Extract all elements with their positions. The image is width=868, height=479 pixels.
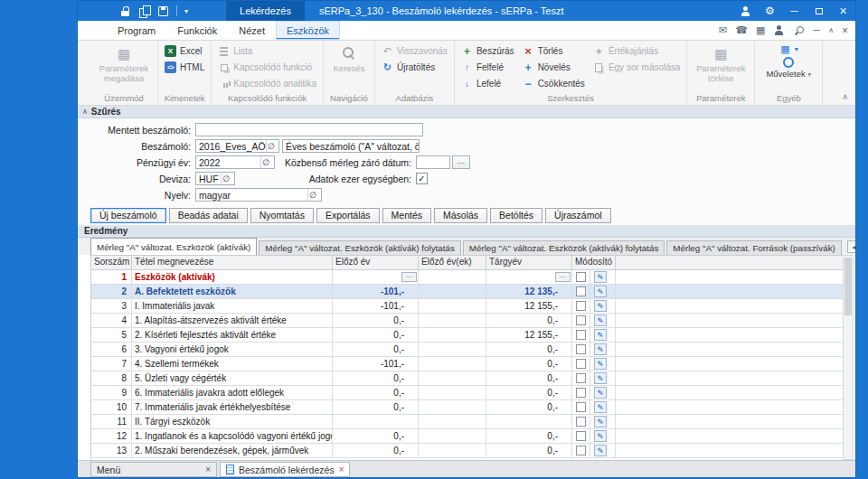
lookup-icon[interactable] [260,156,271,168]
modosito-checkbox[interactable] [576,344,586,354]
kapcsolodo-funkcio-button[interactable]: Kapcsolódó funkció [215,60,319,75]
edit-icon[interactable] [594,387,607,399]
lookup-icon[interactable] [221,173,231,184]
table-row[interactable]: 121. Ingatlanok és a kapcsolódó vagyoni … [91,429,843,444]
modosito-checkbox[interactable] [576,446,586,456]
visszavonas-button[interactable]: Visszavonás [379,43,450,59]
table-row[interactable]: 11II. Tárgyi eszközök [91,415,843,429]
collapse-icon[interactable]: ∧ [828,27,834,34]
close-document-icon[interactable]: × [842,25,848,36]
kereses-button[interactable]: Keresés [327,43,371,74]
date-picker-button[interactable] [452,155,470,169]
mail-icon[interactable]: ✉ [719,25,727,35]
result-tab-1[interactable]: Mérleg "A" változat. Eszközök (aktívák) [90,238,257,255]
egy-sor-masolasa-button[interactable]: Egy sor másolása [590,60,683,75]
filter-section-header[interactable]: ∧ Szűrés [78,106,855,118]
egyeb-dropdown-button[interactable]: ▾ [777,43,801,55]
ellipsis-button[interactable] [555,272,571,282]
edit-icon[interactable] [594,315,607,326]
beszamolo-name-input[interactable]: Éves beszámoló ("A" változat, összkölt [282,139,420,153]
table-row[interactable]: 74. Szellemi termékek-101,-0,- [91,357,843,371]
kapcsolodo-analitika-button[interactable]: Kapcsolódó analitika [215,76,319,91]
torles-button[interactable]: Törlés [520,43,588,59]
nyelv-input[interactable]: magyar [195,188,322,202]
modosito-checkbox[interactable] [576,286,586,296]
modosito-checkbox[interactable] [576,272,586,282]
minimize-icon[interactable]: ─ [782,1,807,21]
user-icon[interactable] [773,24,785,36]
lefele-button[interactable]: Lefelé [458,76,517,91]
penzugyi-ev-input[interactable]: 2022 [195,155,275,169]
modosito-checkbox[interactable] [576,373,586,383]
felfele-button[interactable]: Felfelé [458,60,517,75]
result-tab-4[interactable]: Mérleg "A" változat. Források (passzívák… [666,240,842,255]
table-row[interactable]: 107. Immateriális javak értékhelyesbítés… [91,400,843,415]
lock-icon[interactable] [119,5,131,17]
edit-icon[interactable] [594,286,607,297]
edit-icon[interactable] [594,358,607,370]
vertical-scrollbar[interactable] [843,255,854,460]
result-tab-3[interactable]: Mérleg "A" változat. Eszközök (aktívák) … [463,240,665,255]
table-row[interactable]: 85. Üzleti vagy cégérték0,-0,- [91,371,843,386]
beszamolo-code-input[interactable]: 2016_Eves_AÖ [195,139,279,153]
edit-icon[interactable] [594,329,607,341]
result-section-header[interactable]: Eredmény [78,225,855,238]
column-header[interactable]: Előző év [333,256,419,269]
scroll-left-icon[interactable]: ◄ [847,240,855,253]
beszuras-button[interactable]: Beszúrás [458,43,517,59]
edit-icon[interactable] [594,300,607,312]
action-button-4[interactable]: Exportálás [316,208,380,223]
edit-icon[interactable] [594,445,607,456]
result-tab-2[interactable]: Mérleg "A" változat. Eszközök (aktívák) … [259,240,461,255]
table-row[interactable]: 1Eszközök (aktívák) [91,270,843,285]
qat-dropdown-icon[interactable]: ▾ [184,7,188,15]
titlebar-tab-lekerdezes[interactable]: Lekérdezés [226,1,305,21]
menu-item-1[interactable]: Program [107,21,166,40]
csokkentes-button[interactable]: Csökkentés [520,76,588,91]
close-tab-icon[interactable]: × [339,465,344,474]
modosito-checkbox[interactable] [576,402,586,412]
table-row[interactable]: 52. Kísérleti fejlesztés aktivált értéke… [91,328,843,343]
edit-icon[interactable] [594,372,607,384]
close-tab-icon[interactable]: × [205,465,211,474]
action-button-1[interactable]: Új beszámoló [90,208,166,223]
table-row[interactable]: 2A. Befektetett eszközök-101,-12 135,- [91,285,843,299]
copy-icon[interactable] [138,5,150,17]
action-button-5[interactable]: Mentés [382,208,431,223]
edit-icon[interactable] [594,416,607,427]
table-row[interactable]: 63. Vagyoni értékű jogok0,-0,- [91,343,843,357]
column-header[interactable]: Tárgyév [486,256,572,269]
edit-icon[interactable] [594,271,607,283]
table-row[interactable]: 96. Immateriális javakra adott előlegek0… [91,386,843,400]
table-row[interactable]: 41. Alapítás-átszervezés aktivált értéke… [91,314,843,328]
pin-icon[interactable] [793,24,805,36]
edit-icon[interactable] [594,343,607,355]
lookup-icon[interactable] [307,189,318,201]
modosito-checkbox[interactable] [576,417,586,427]
ertekajanlas-button[interactable]: Értékajánlás [590,43,683,59]
menu-item-3[interactable]: Nézet [228,21,276,40]
noveles-button[interactable]: Növelés [520,60,588,75]
edit-icon[interactable] [594,401,607,413]
bottom-tab-2[interactable]: Beszámoló lekérdezés× [220,462,350,477]
action-button-3[interactable]: Nyomtatás [250,208,314,223]
parameterek-megadasa-button[interactable]: Paraméterek megadása [94,43,154,84]
save-icon[interactable] [157,5,169,17]
parameterek-torlese-button[interactable]: Paraméterek törlése [691,43,750,84]
deviza-input[interactable]: HUF [195,172,235,185]
restore-icon[interactable] [807,1,831,21]
column-header[interactable]: Sorszám [91,256,132,269]
close-icon[interactable]: × [831,1,855,21]
html-button[interactable]: HTML [162,60,207,75]
table-row[interactable]: 3I. Immateriális javak-101,-12 155,- [91,299,843,314]
collapse-section-icon[interactable]: ∧ [82,108,88,116]
action-button-6[interactable]: Másolás [434,208,487,223]
excel-button[interactable]: Excel [162,43,207,59]
column-header[interactable]: Módosító [572,256,616,269]
column-header[interactable]: Tétel megnevezése [132,256,333,269]
modosito-checkbox[interactable] [576,301,586,311]
modosito-checkbox[interactable] [576,359,586,369]
column-header[interactable]: Előző év(ek) [419,256,486,269]
grid-icon[interactable]: ▦ [756,25,765,35]
ellipsis-button[interactable] [401,272,417,282]
